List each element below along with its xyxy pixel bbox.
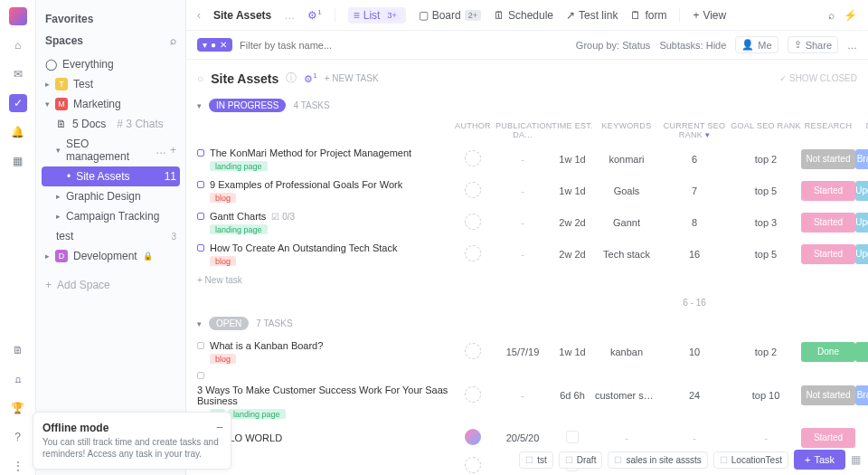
rail-help-icon[interactable]: ? — [9, 428, 27, 446]
show-closed-toggle[interactable]: ✓ SHOW CLOSED — [779, 73, 857, 83]
status-badge[interactable]: Started — [801, 244, 855, 264]
tray-chip[interactable]: ☐tst — [519, 451, 553, 469]
sidebar-docs-chats[interactable]: 🗎 5 Docs # 3 Chats — [42, 114, 180, 134]
status-square[interactable] — [197, 372, 204, 379]
status-square[interactable] — [197, 342, 204, 349]
view-list[interactable]: ≡List3+ — [348, 7, 406, 24]
task-row[interactable]: 9 Examples of Professional Goals For Wor… — [197, 175, 868, 206]
task-row[interactable]: Gantt Charts☑ 0/3 landing page - 2w 2d G… — [197, 206, 868, 238]
status-badge[interactable]: Not started — [801, 385, 855, 405]
rail-more-icon[interactable]: ⋮ — [9, 457, 27, 475]
author-avatar[interactable] — [465, 386, 481, 403]
search-icon[interactable]: ⌕ — [828, 9, 835, 22]
rail-tasks-icon[interactable]: ✓ — [9, 94, 27, 112]
search-icon[interactable]: ⌕ — [170, 34, 176, 47]
apps-icon[interactable]: ▦ — [851, 453, 861, 466]
more-icon[interactable]: … — [284, 9, 295, 22]
sidebar-space-development[interactable]: ▸ D Development 🔒 — [42, 246, 180, 266]
status-square[interactable] — [197, 213, 204, 220]
tray-chip[interactable]: ☐sales in site asssts — [608, 451, 707, 469]
author-avatar[interactable] — [465, 150, 481, 166]
tag[interactable]: blog — [210, 354, 236, 364]
status-badge[interactable]: Updates ne... — [855, 213, 868, 233]
status-badge[interactable]: Brainstorm... — [855, 385, 868, 405]
collapse-icon[interactable]: ▾ — [197, 101, 202, 110]
status-badge[interactable]: Updates ne... — [855, 244, 868, 264]
status-badge[interactable]: Done — [801, 342, 855, 362]
author-avatar[interactable] — [465, 245, 481, 261]
status-square[interactable] — [197, 181, 204, 188]
subtasks-control[interactable]: Subtasks: Hide — [659, 40, 726, 51]
status-badge[interactable]: Brainstorm... — [855, 149, 868, 169]
add-view-button[interactable]: + View — [693, 9, 726, 22]
rail-pulse-icon[interactable]: ⩍ — [9, 370, 27, 388]
col-header[interactable] — [197, 121, 450, 139]
task-row[interactable]: What is a Kanban Board? blog 15/7/19 1w … — [197, 336, 868, 367]
status-badge[interactable]: Updates ne... — [855, 181, 868, 201]
new-task-row[interactable]: + New task — [197, 270, 868, 294]
task-row[interactable]: How To Create An Outstanding Tech Stack … — [197, 238, 868, 270]
automation-icon[interactable]: ⚙1 — [307, 8, 321, 22]
view-form[interactable]: 🗒form — [630, 7, 666, 24]
col-header[interactable]: RESEARCH — [801, 121, 855, 139]
sidebar-space-marketing[interactable]: ▾ M Marketing — [42, 94, 180, 114]
spaces-header[interactable]: Spaces ⌕ — [42, 33, 180, 49]
close-icon[interactable]: − — [216, 420, 223, 434]
status-badge[interactable]: Not started — [801, 149, 855, 169]
app-logo[interactable] — [9, 7, 27, 25]
status-badge[interactable]: Final — [855, 342, 868, 362]
col-header[interactable]: CURRENT SEO RANK ▾ — [658, 121, 731, 139]
new-task-button[interactable]: + NEW TASK — [325, 73, 379, 83]
tag[interactable]: landing page — [228, 409, 286, 419]
more-icon[interactable]: … — [847, 40, 857, 51]
sidebar-folder-campaign[interactable]: ▸ Campaign Tracking — [42, 206, 180, 226]
author-avatar[interactable] — [465, 182, 481, 198]
status-square[interactable] — [197, 244, 204, 252]
col-header[interactable]: AUTHOR — [450, 121, 495, 139]
view-test link[interactable]: ↗Test link — [566, 7, 618, 24]
author-avatar[interactable] — [465, 457, 481, 473]
sidebar-list-site-assets[interactable]: • Site Assets 11 — [42, 166, 180, 186]
filter-input[interactable] — [240, 40, 366, 51]
rail-docs-icon[interactable]: 🗎 — [9, 341, 27, 359]
col-header[interactable]: PUBLICATION DA... — [495, 121, 550, 139]
me-filter[interactable]: 👤 Me — [735, 36, 778, 53]
add-space-button[interactable]: + Add Space — [42, 275, 180, 295]
tag[interactable]: landing page — [210, 161, 268, 171]
rail-notify-icon[interactable]: 🔔 — [9, 123, 27, 141]
back-icon[interactable]: ‹ — [197, 9, 201, 22]
col-header[interactable]: GOAL SEO RANK — [731, 121, 801, 139]
more-icon[interactable]: … — [156, 144, 166, 157]
tray-chip[interactable]: ☐Draft — [559, 451, 603, 469]
info-icon[interactable]: ⓘ — [286, 71, 297, 86]
collapse-icon[interactable]: ▾ — [197, 319, 202, 328]
rail-inbox-icon[interactable]: ✉ — [9, 65, 27, 83]
automation-bolt-icon[interactable]: ⚡ — [844, 9, 857, 22]
automation-icon[interactable]: ⚙1 — [304, 71, 316, 85]
view-schedule[interactable]: 🗓Schedule — [494, 7, 553, 24]
share-button[interactable]: ⇪ Share — [788, 36, 838, 53]
sidebar-everything[interactable]: ◯ Everything — [42, 54, 180, 74]
task-row[interactable]: 3 Ways To Make Customer Success Work For… — [197, 367, 868, 423]
status-badge[interactable]: Started — [801, 181, 855, 201]
rail-home-icon[interactable]: ⌂ — [9, 36, 27, 54]
sidebar-space-test[interactable]: ▸ T Test — [42, 74, 180, 94]
rail-dashboards-icon[interactable]: ▦ — [9, 152, 27, 170]
status-badge[interactable]: Started — [801, 213, 855, 233]
rail-goals-icon[interactable]: 🏆 — [9, 399, 27, 417]
group-pill[interactable]: OPEN — [209, 317, 249, 330]
add-icon[interactable]: + — [170, 144, 176, 157]
close-icon[interactable]: ✕ — [220, 40, 227, 50]
group-pill[interactable]: IN PROGRESS — [209, 99, 286, 112]
view-board[interactable]: ▢Board2+ — [419, 7, 481, 24]
tag[interactable]: blog — [210, 256, 236, 266]
favorites-header[interactable]: Favorites — [42, 11, 180, 27]
sidebar-list-test[interactable]: test 3 — [42, 226, 180, 246]
col-header[interactable]: DESIGN — [855, 121, 868, 139]
status-square[interactable] — [197, 149, 204, 157]
task-row[interactable]: The KonMari Method for Project Managemen… — [197, 143, 868, 175]
groupby-control[interactable]: Group by: Status — [576, 40, 651, 51]
new-task-button[interactable]: + Task — [794, 450, 845, 470]
tag[interactable]: landing page — [210, 224, 268, 234]
author-avatar[interactable] — [465, 429, 481, 445]
